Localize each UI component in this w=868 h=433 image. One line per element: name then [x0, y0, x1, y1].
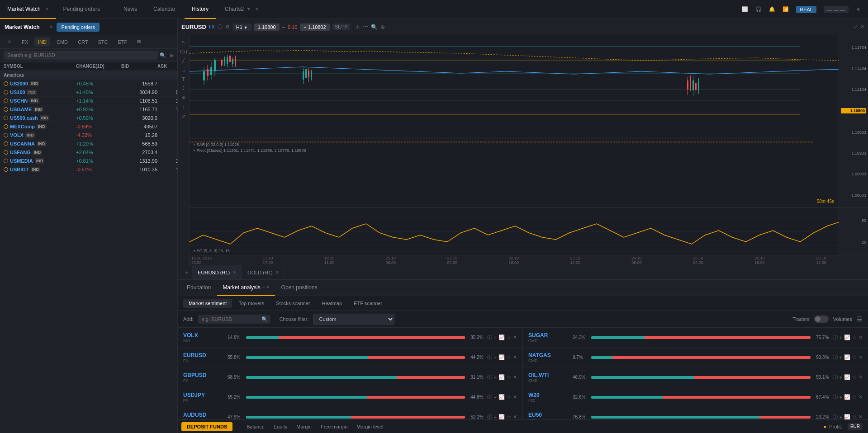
- sent-add-btn[interactable]: +: [494, 335, 497, 340]
- dropdown-icon[interactable]: ▼: [856, 7, 861, 12]
- table-row[interactable]: USCANNA IND +1.20% 568.53 574.41: [0, 140, 177, 148]
- sent-add-btn[interactable]: +: [494, 375, 497, 380]
- sent-star-btn[interactable]: ☆: [507, 414, 511, 419]
- sent-close-btn[interactable]: ✕: [859, 374, 863, 380]
- gold-tab-close[interactable]: ✕: [275, 270, 279, 275]
- sent-star-btn[interactable]: ☆: [507, 354, 511, 360]
- chart-tool-crosshair[interactable]: ✛: [356, 24, 360, 30]
- table-row[interactable]: MEXComp IND -0.84% 43507 43584: [0, 122, 177, 131]
- analysis-tab-stocks[interactable]: Stocks scanner: [270, 299, 315, 308]
- table-row[interactable]: USCHN IND +1.14% 1106.51 1108.64: [0, 97, 177, 105]
- sent-close-btn[interactable]: ✕: [859, 354, 863, 360]
- sent-add-btn[interactable]: +: [840, 375, 842, 380]
- mw-tab-cmd[interactable]: CMD: [53, 38, 71, 47]
- analysis-tab-etf[interactable]: ETF scanner: [348, 299, 388, 308]
- mw-search-input[interactable]: [4, 51, 158, 60]
- sent-star-btn[interactable]: ☆: [852, 354, 857, 360]
- sent-info-btn[interactable]: ⓘ: [487, 374, 492, 381]
- sent-star-btn[interactable]: ☆: [852, 374, 857, 380]
- sent-star-btn[interactable]: ☆: [852, 414, 857, 419]
- sent-close-btn[interactable]: ✕: [859, 334, 863, 340]
- analysis-tab-sentiment[interactable]: Market sentiment: [183, 299, 232, 308]
- sent-info-btn[interactable]: ⓘ: [487, 394, 492, 400]
- sent-add-btn[interactable]: +: [840, 414, 842, 420]
- chart-minimize-icon[interactable]: ⤢: [854, 24, 858, 30]
- sent-chart-btn[interactable]: 📈: [498, 334, 505, 340]
- sent-close-btn[interactable]: ✕: [513, 374, 517, 380]
- sent-close-btn[interactable]: ✕: [859, 414, 863, 419]
- sent-chart-btn[interactable]: 📈: [844, 354, 850, 360]
- sent-info-btn[interactable]: ⓘ: [487, 354, 492, 361]
- table-row[interactable]: US500.cash IND +0.59% 3020.0 3021.2: [0, 114, 177, 122]
- chart-tool-zoom[interactable]: 🔍: [371, 24, 378, 30]
- sent-add-btn[interactable]: +: [840, 335, 842, 340]
- mw-grid-icon[interactable]: ⊞: [170, 52, 174, 58]
- sent-chart-btn[interactable]: 📈: [498, 354, 505, 360]
- sent-info-btn[interactable]: ⓘ: [833, 334, 838, 341]
- sent-info-btn[interactable]: ⓘ: [833, 374, 838, 381]
- pending-orders-btn[interactable]: Pending orders: [57, 23, 100, 32]
- tool-arrows[interactable]: ⤴: [179, 84, 188, 92]
- tool-measure[interactable]: ⊞: [179, 93, 188, 102]
- mw-tab-fx[interactable]: FX: [18, 38, 32, 47]
- mw-close-icon[interactable]: ✕: [49, 24, 53, 29]
- sent-chart-btn[interactable]: 📈: [498, 414, 505, 419]
- chart-tool-wave[interactable]: 〜: [363, 23, 368, 31]
- sent-add-btn[interactable]: +: [494, 355, 497, 360]
- table-row[interactable]: USBIOT IND -0.51% 1010.35 1012.42: [0, 165, 177, 174]
- sent-chart-btn[interactable]: 📈: [844, 374, 850, 380]
- table-row[interactable]: US2000 IND +0.48% 1558.7 1559.3: [0, 80, 177, 88]
- tool-share[interactable]: ↗: [179, 112, 188, 121]
- sent-chart-btn[interactable]: 📈: [498, 394, 505, 400]
- table-row[interactable]: VOLX IND -4.32% 15.28 15.40: [0, 131, 177, 140]
- chart-tool-zoom-in[interactable]: ⊕: [380, 24, 385, 30]
- mw-tab-etf[interactable]: ETF: [114, 38, 131, 47]
- sent-chart-btn[interactable]: 📈: [844, 414, 850, 419]
- chart-add-tab[interactable]: +: [181, 269, 192, 276]
- tab-calendar[interactable]: Calendar: [146, 0, 183, 19]
- sent-close-btn[interactable]: ✕: [859, 394, 863, 400]
- analysis-tab-movers[interactable]: Top movers: [233, 299, 270, 308]
- table-row[interactable]: USGAME IND +0.93% 1165.71 1168.60: [0, 105, 177, 114]
- tab-charts2[interactable]: Charts2 ▼ ✕: [218, 0, 266, 19]
- sent-close-btn[interactable]: ✕: [513, 394, 517, 400]
- chart-info-icon[interactable]: ⓘ: [218, 24, 223, 30]
- sent-close-btn[interactable]: ✕: [513, 334, 517, 340]
- filter-dropdown[interactable]: Custom Favorites All: [313, 314, 394, 325]
- sent-star-btn[interactable]: ☆: [852, 394, 857, 400]
- mw-tab-mail[interactable]: ✉: [133, 37, 145, 47]
- sent-info-btn[interactable]: ⓘ: [487, 334, 492, 341]
- chart-tab-gold[interactable]: GOLD (H1) ✕: [242, 265, 285, 280]
- sent-close-btn[interactable]: ✕: [513, 414, 517, 419]
- sent-star-btn[interactable]: ☆: [507, 334, 511, 340]
- sent-add-btn[interactable]: +: [494, 414, 497, 420]
- chart-settings-icon[interactable]: ⚙: [225, 24, 230, 30]
- sltp-button[interactable]: SL/TP: [332, 24, 351, 30]
- deposit-funds-button[interactable]: DEPOSIT FUNDS: [181, 422, 232, 431]
- tool-fx[interactable]: f(x): [179, 47, 188, 56]
- sent-close-btn[interactable]: ✕: [513, 354, 517, 360]
- sent-info-btn[interactable]: ⓘ: [487, 414, 492, 419]
- mw-tab-ind[interactable]: IND: [34, 38, 50, 47]
- tool-more[interactable]: ⋮: [179, 103, 188, 111]
- table-row[interactable]: US100 IND +1.40% 8034.90 8035.40: [0, 88, 177, 97]
- table-row[interactable]: USMEDIA IND +0.81% 1313.90 1316.73: [0, 157, 177, 165]
- sent-info-btn[interactable]: ⓘ: [833, 394, 838, 400]
- tab-news[interactable]: News: [116, 0, 144, 19]
- sent-chart-btn[interactable]: 📈: [844, 334, 850, 340]
- analysis-tab-heatmap[interactable]: Heatmap: [316, 299, 347, 308]
- bottom-tab-market-analysis[interactable]: Market analysis − ✕: [217, 280, 275, 296]
- sent-chart-btn[interactable]: 📈: [844, 394, 850, 400]
- bell-icon[interactable]: 🔔: [769, 6, 775, 12]
- charts2-close[interactable]: ✕: [255, 6, 259, 11]
- sent-info-btn[interactable]: ⓘ: [833, 354, 838, 361]
- bottom-tab-education[interactable]: Education: [181, 280, 216, 296]
- eurusd-tab-close[interactable]: ✕: [232, 270, 236, 275]
- sent-star-btn[interactable]: ☆: [507, 374, 511, 380]
- analysis-close[interactable]: ✕: [266, 285, 270, 290]
- mw-tab-crt[interactable]: CRT: [74, 38, 91, 47]
- mw-tab-stc[interactable]: STC: [95, 38, 112, 47]
- sent-chart-btn[interactable]: 📈: [498, 374, 505, 380]
- analysis-minus[interactable]: −: [262, 285, 265, 290]
- tool-shapes[interactable]: □: [179, 66, 188, 74]
